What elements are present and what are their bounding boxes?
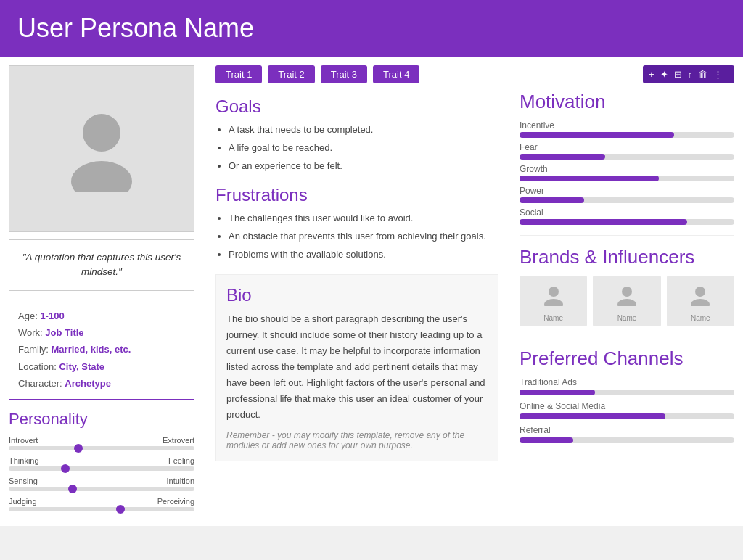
brands-title: Brands & Influencers <box>520 246 734 268</box>
divider-1 <box>520 235 734 236</box>
scale-bar-2 <box>9 487 194 491</box>
personality-scale-2: SensingIntuition <box>9 477 194 491</box>
motivation-bar-fill-0 <box>520 132 674 138</box>
scale-label-left-1: Thinking <box>9 456 39 465</box>
svg-point-2 <box>549 287 559 297</box>
traits-row: Trait 1Trait 2Trait 3Trait 4 <box>215 65 498 83</box>
motivation-bar-bg-0 <box>520 132 734 138</box>
bio-text: The bio should be a short paragraph desc… <box>226 311 488 424</box>
trait-button-4[interactable]: Trait 4 <box>373 65 419 83</box>
scale-marker-0 <box>74 444 83 453</box>
bio-box: Bio The bio should be a short paragraph … <box>215 274 498 462</box>
channel-label-0: Traditional Ads <box>520 377 734 387</box>
toolbar-icon[interactable]: ⊞ <box>674 69 682 80</box>
svg-point-3 <box>544 299 563 306</box>
page-title: User Persona Name <box>17 13 726 44</box>
personality-scale-0: IntrovertExtrovert <box>9 436 194 450</box>
info-work: Work: Job Title <box>18 324 185 341</box>
svg-point-5 <box>617 299 636 306</box>
goals-item: A life goal to be reached. <box>229 141 498 156</box>
frustrations-item: Problems with the available solutions. <box>229 247 498 263</box>
motivation-label-2: Growth <box>520 164 734 174</box>
toolbar-icon[interactable]: ✦ <box>660 69 668 80</box>
scale-label-right-3: Perceiving <box>157 497 194 506</box>
page-header: User Persona Name <box>0 0 743 57</box>
svg-point-1 <box>71 161 132 192</box>
personality-scales: IntrovertExtrovertThinkingFeelingSensing… <box>9 436 194 511</box>
bio-note: Remember - you may modify this template,… <box>226 430 488 450</box>
motivation-bar-fill-1 <box>520 154 605 160</box>
frustrations-content: The challenges this user would like to a… <box>215 211 498 262</box>
svg-point-7 <box>691 299 710 306</box>
brand-name-1: Name <box>617 314 637 322</box>
goals-title: Goals <box>215 96 498 117</box>
frustrations-title: Frustrations <box>215 185 498 205</box>
scale-label-left-0: Introvert <box>9 436 38 445</box>
quote-text: "A quotation that captures this user's m… <box>21 250 182 280</box>
toolbar-icon[interactable]: 🗑 <box>698 69 707 80</box>
info-age: Age: 1-100 <box>18 308 185 324</box>
bio-title: Bio <box>226 285 488 305</box>
personality-scale-3: JudgingPerceiving <box>9 497 194 511</box>
goals-content: A task that needs to be completed.A life… <box>215 123 498 173</box>
middle-column: Trait 1Trait 2Trait 3Trait 4 Goals A tas… <box>205 65 509 517</box>
quote-box: "A quotation that captures this user's m… <box>9 239 194 291</box>
channels-title: Preferred Channels <box>520 347 734 370</box>
channel-bar-bg-0 <box>520 390 734 395</box>
toolbar-icon[interactable]: + <box>649 69 654 80</box>
brand-name-2: Name <box>691 314 710 322</box>
svg-point-0 <box>83 114 120 152</box>
trait-button-3[interactable]: Trait 3 <box>321 65 367 83</box>
right-column: +✦⊞↑🗑⋮ Motivation IncentiveFearGrowthPow… <box>509 65 734 517</box>
info-location: Location: City, State <box>18 358 185 375</box>
brand-name-0: Name <box>543 314 563 322</box>
brand-item-0: Name <box>520 276 587 326</box>
channel-bar-fill-0 <box>520 390 595 395</box>
scale-label-left-3: Judging <box>9 497 37 506</box>
info-character: Character: Archetype <box>18 375 185 392</box>
brand-item-1: Name <box>593 276 660 326</box>
main-content: "A quotation that captures this user's m… <box>0 57 743 526</box>
scale-marker-3 <box>116 505 125 514</box>
frustrations-item: An obstacle that prevents this user from… <box>229 229 498 244</box>
toolbar[interactable]: +✦⊞↑🗑⋮ <box>643 65 734 83</box>
motivations-list: IncentiveFearGrowthPowerSocial <box>520 120 734 225</box>
channels-list: Traditional AdsOnline & Social MediaRefe… <box>520 377 734 443</box>
svg-point-6 <box>695 287 705 297</box>
scale-marker-1 <box>61 464 70 473</box>
personality-section: Personality IntrovertExtrovertThinkingFe… <box>9 410 194 511</box>
left-column: "A quotation that captures this user's m… <box>9 65 205 517</box>
motivation-bar-fill-4 <box>520 219 687 225</box>
motivation-title: Motivation <box>520 91 734 113</box>
toolbar-icon[interactable]: ↑ <box>688 69 693 80</box>
channel-bar-fill-1 <box>520 413 665 419</box>
motivation-label-4: Social <box>520 207 734 218</box>
scale-label-right-1: Feeling <box>168 456 194 465</box>
frustrations-list: The challenges this user would like to a… <box>215 211 498 262</box>
scale-marker-2 <box>68 485 77 493</box>
toolbar-icon[interactable]: ⋮ <box>713 69 723 80</box>
info-box: Age: 1-100 Work: Job Title Family: Marri… <box>9 300 194 400</box>
trait-button-2[interactable]: Trait 2 <box>268 65 314 83</box>
channel-bar-bg-1 <box>520 413 734 419</box>
svg-point-4 <box>622 287 632 297</box>
scale-label-left-2: Sensing <box>9 477 38 485</box>
scale-label-right-2: Intuition <box>166 477 194 485</box>
channel-label-1: Online & Social Media <box>520 401 734 411</box>
channel-bar-bg-2 <box>520 437 734 443</box>
motivation-bar-bg-1 <box>520 154 734 160</box>
channel-label-2: Referral <box>520 425 734 435</box>
motivation-bar-bg-3 <box>520 197 734 203</box>
goals-item: A task that needs to be completed. <box>229 123 498 138</box>
scale-bar-3 <box>9 507 194 511</box>
channel-bar-fill-2 <box>520 437 573 443</box>
goals-list: A task that needs to be completed.A life… <box>215 123 498 173</box>
motivation-bar-bg-4 <box>520 219 734 225</box>
trait-button-1[interactable]: Trait 1 <box>215 65 262 83</box>
scale-bar-1 <box>9 466 194 471</box>
scale-bar-0 <box>9 446 194 450</box>
brand-item-2: Name <box>667 276 734 326</box>
avatar-icon <box>65 105 138 192</box>
frustrations-item: The challenges this user would like to a… <box>229 211 498 226</box>
avatar-box <box>9 65 194 232</box>
